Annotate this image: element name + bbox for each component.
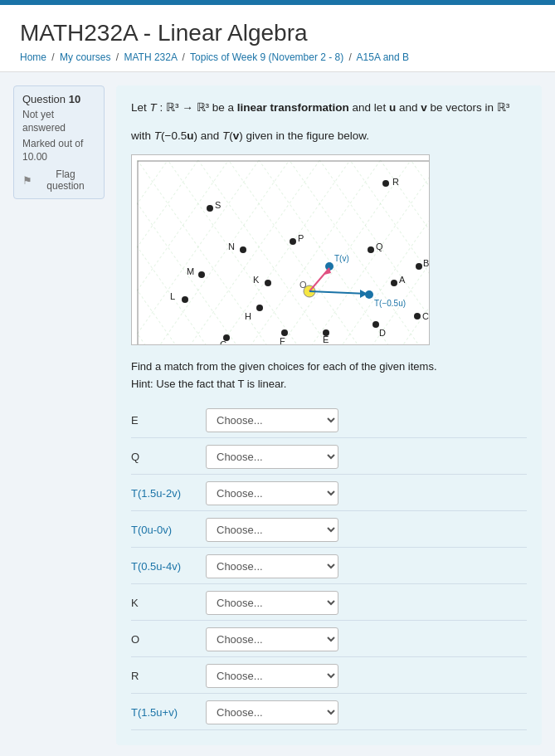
match-select-wrapper: Choose... — [206, 481, 527, 505]
flag-label: Flag question — [36, 168, 95, 192]
svg-point-30 — [372, 321, 379, 328]
match-select-3[interactable]: Choose... — [206, 518, 338, 542]
match-row: T(1.5u+v)Choose... — [131, 695, 527, 730]
svg-point-10 — [368, 246, 374, 253]
figure-svg: R S Q B N P M — [137, 160, 430, 345]
svg-text:R: R — [392, 177, 399, 187]
flag-icon: ⚑ — [22, 174, 32, 187]
svg-point-20 — [391, 280, 397, 286]
figure-container: R S Q B N P M — [131, 154, 430, 345]
match-row: T(0u-0v)Choose... — [131, 513, 527, 548]
svg-text:B: B — [423, 258, 429, 268]
svg-text:T(v): T(v) — [334, 254, 349, 263]
match-row: T(0.5u-4v)Choose... — [131, 549, 527, 584]
match-row: T(1.5u-2v)Choose... — [131, 476, 527, 511]
match-row: KChoose... — [131, 586, 527, 621]
svg-point-42 — [365, 290, 373, 299]
match-row: EChoose... — [131, 403, 527, 438]
flag-question-button[interactable]: ⚑ Flag question — [22, 168, 95, 192]
svg-text:D: D — [379, 328, 386, 338]
find-text: Find a match from the given choices for … — [131, 360, 527, 373]
svg-text:P: P — [298, 233, 304, 243]
question-status: Not yet answered — [22, 109, 95, 134]
svg-text:S: S — [215, 200, 221, 210]
svg-text:M: M — [187, 266, 194, 276]
svg-text:G: G — [220, 339, 227, 345]
match-row-label: Q — [131, 451, 206, 463]
match-row: QChoose... — [131, 440, 527, 475]
match-row-label: T(1.5u-2v) — [131, 487, 206, 500]
svg-point-28 — [414, 313, 421, 319]
match-select-5[interactable]: Choose... — [206, 591, 338, 615]
match-select-wrapper: Choose... — [206, 664, 527, 688]
match-select-wrapper: Choose... — [206, 591, 527, 615]
sidebar: Question 10 Not yet answered Marked out … — [13, 85, 105, 745]
svg-text:O: O — [299, 280, 307, 290]
match-select-wrapper: Choose... — [206, 700, 527, 724]
match-select-8[interactable]: Choose... — [206, 700, 338, 724]
match-select-0[interactable]: Choose... — [206, 408, 338, 432]
svg-point-12 — [416, 263, 422, 270]
svg-rect-4 — [137, 160, 430, 345]
svg-point-14 — [240, 246, 246, 253]
main-content: Let T : ℝ³ → ℝ³ be a linear transformati… — [116, 85, 542, 745]
svg-text:F: F — [280, 336, 285, 345]
svg-point-24 — [182, 296, 188, 303]
match-select-4[interactable]: Choose... — [206, 554, 338, 578]
match-row-label: T(1.5u+v) — [131, 706, 206, 719]
match-select-6[interactable]: Choose... — [206, 627, 338, 651]
svg-text:L: L — [170, 291, 175, 301]
svg-text:N: N — [228, 241, 235, 251]
match-row-label: O — [131, 633, 206, 646]
page-header: MATH232A - Linear Algebra Home / My cour… — [0, 5, 555, 72]
svg-text:H: H — [245, 311, 251, 321]
hint-text: Hint: Use the fact that T is linear. — [131, 378, 527, 390]
svg-text:T(−0.5u): T(−0.5u) — [374, 299, 406, 308]
match-row-label: K — [131, 597, 206, 609]
svg-text:Q: Q — [376, 241, 383, 251]
svg-text:C: C — [422, 311, 429, 321]
question-text-line2: with T(−0.5u) and T(v) given in the figu… — [131, 127, 527, 145]
match-row: OChoose... — [131, 622, 527, 657]
question-label: Question 10 — [22, 93, 95, 105]
match-select-wrapper: Choose... — [206, 627, 527, 651]
match-row: RChoose... — [131, 659, 527, 694]
svg-point-16 — [290, 238, 296, 245]
match-select-wrapper: Choose... — [206, 408, 527, 432]
question-text-line1: Let T : ℝ³ → ℝ³ be a linear transformati… — [131, 99, 527, 117]
breadcrumb-mycourses[interactable]: My courses — [60, 51, 110, 63]
svg-point-6 — [382, 180, 389, 187]
match-select-wrapper: Choose... — [206, 445, 527, 469]
svg-text:A: A — [399, 275, 406, 285]
svg-point-18 — [198, 271, 205, 278]
svg-point-22 — [265, 280, 271, 286]
breadcrumb-topics[interactable]: Topics of Week 9 (November 2 - 8) — [190, 51, 343, 63]
match-select-2[interactable]: Choose... — [206, 481, 338, 505]
content-area: Question 10 Not yet answered Marked out … — [0, 72, 555, 756]
breadcrumb: Home / My courses / MATH 232A / Topics o… — [20, 51, 535, 63]
match-row-label: T(0u-0v) — [131, 524, 206, 536]
match-rows-container: EChoose...QChoose...T(1.5u-2v)Choose...T… — [131, 403, 527, 730]
question-box: Question 10 Not yet answered Marked out … — [13, 85, 105, 199]
match-select-7[interactable]: Choose... — [206, 664, 338, 688]
match-row-label: R — [131, 670, 206, 682]
match-row-label: T(0.5u-4v) — [131, 560, 206, 573]
match-select-1[interactable]: Choose... — [206, 445, 338, 469]
svg-point-26 — [256, 305, 263, 311]
breadcrumb-home[interactable]: Home — [20, 51, 46, 63]
page-title: MATH232A - Linear Algebra — [20, 20, 535, 46]
svg-text:E: E — [323, 334, 329, 344]
match-select-wrapper: Choose... — [206, 518, 527, 542]
match-row-label: E — [131, 414, 206, 427]
svg-text:K: K — [253, 275, 260, 285]
question-number: 10 — [69, 93, 80, 105]
breadcrumb-a15ab[interactable]: A15A and B — [357, 51, 409, 63]
match-select-wrapper: Choose... — [206, 554, 527, 578]
question-mark: Marked out of 10.00 — [22, 138, 95, 163]
svg-point-34 — [281, 329, 288, 336]
breadcrumb-math232a[interactable]: MATH 232A — [124, 51, 177, 63]
svg-point-8 — [207, 205, 213, 212]
